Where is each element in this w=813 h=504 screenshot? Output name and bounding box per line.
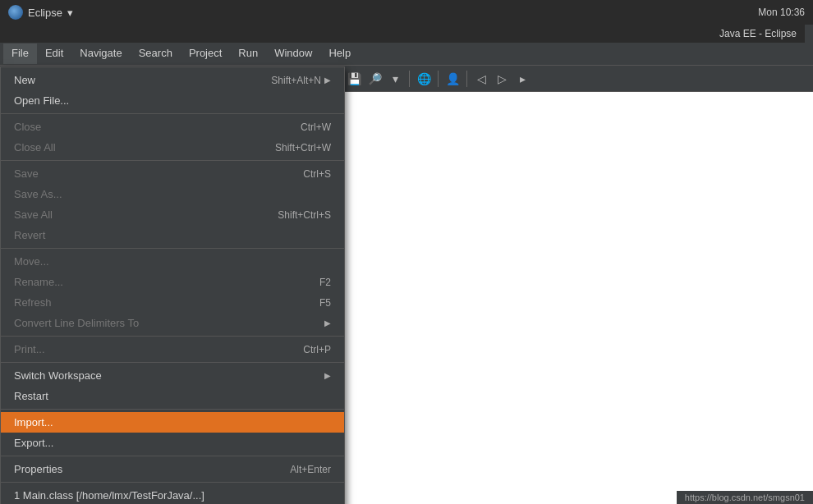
menu-new-label: New [14, 74, 35, 86]
toolbar-btn-20[interactable]: 👤 [443, 69, 462, 89]
menu-move: Move... [1, 251, 344, 272]
title-subtitle: Java EE - Eclipse [0, 25, 805, 43]
toolbar-group-6: 🌐 [414, 69, 434, 89]
menu-section-move: Move... Rename... F2 Refresh F5 Convert … [1, 249, 344, 337]
menu-rename-shortcut: F2 [319, 277, 331, 288]
menu-section-new: New Shift+Alt+N ▶ Open File... [1, 67, 344, 114]
menu-close-label: Close [14, 121, 41, 133]
menu-new[interactable]: New Shift+Alt+N ▶ [1, 70, 344, 90]
menu-save-shortcut: Ctrl+S [303, 168, 331, 180]
title-bar: Eclipse ▾ Mon 10:36 [0, 0, 813, 25]
menu-help[interactable]: Help [320, 44, 359, 64]
menu-convert-line-label: Convert Line Delimiters To [14, 317, 139, 329]
menu-properties[interactable]: Properties Alt+Enter [1, 459, 344, 479]
toolbar-group-7: 👤 [443, 69, 462, 89]
menu-convert-line-arrow: ▶ [324, 318, 331, 328]
menu-refresh-shortcut: F5 [319, 297, 331, 309]
toolbar-btn-19[interactable]: 🌐 [414, 69, 434, 89]
menu-new-shortcut: Shift+Alt+N [271, 75, 321, 86]
menu-save-as-label: Save As... [14, 188, 62, 200]
toolbar-btn-22[interactable]: ▷ [492, 69, 512, 89]
menu-move-label: Move... [14, 255, 49, 268]
menu-properties-label: Properties [14, 463, 62, 475]
eclipse-logo-icon [8, 5, 23, 20]
toolbar-btn-23[interactable]: ▸ [512, 69, 532, 89]
toolbar-btn-18[interactable]: ▾ [385, 69, 405, 89]
menu-export[interactable]: Export... [1, 433, 344, 453]
status-bar: https://blog.csdn.net/smgsn01 [677, 491, 813, 504]
menu-revert-label: Revert [14, 229, 45, 241]
menu-recent-file-label: 1 Main.class [/home/lmx/TestForJava/...] [14, 489, 204, 502]
menu-rename: Rename... F2 [1, 272, 344, 292]
title-dropdown-arrow[interactable]: ▾ [67, 7, 73, 19]
status-bar-text: https://blog.csdn.net/smgsn01 [685, 493, 805, 502]
menu-recent-file[interactable]: 1 Main.class [/home/lmx/TestForJava/...] [1, 485, 344, 504]
menu-export-label: Export... [14, 437, 53, 449]
menu-print-shortcut: Ctrl+P [303, 344, 331, 355]
file-dropdown-menu: New Shift+Alt+N ▶ Open File... Close Ctr… [0, 66, 345, 504]
menu-print-label: Print... [14, 343, 45, 355]
menu-open-file-label: Open File... [14, 94, 69, 107]
menu-rename-label: Rename... [14, 276, 63, 288]
menu-import-label: Import... [14, 416, 53, 428]
menu-refresh: Refresh F5 [1, 292, 344, 313]
menu-properties-shortcut: Alt+Enter [290, 464, 331, 475]
menu-revert: Revert [1, 225, 344, 245]
menu-section-save: Save Ctrl+S Save As... Save All Shift+Ct… [1, 161, 344, 249]
menu-restart-label: Restart [14, 390, 48, 402]
toolbar-sep-5 [409, 71, 410, 87]
menu-open-file[interactable]: Open File... [1, 90, 344, 111]
menu-window[interactable]: Window [266, 44, 320, 64]
app-title: Eclipse [28, 7, 62, 19]
menu-close-shortcut: Ctrl+W [301, 121, 331, 133]
menu-save-as: Save As... [1, 184, 344, 204]
menu-switch-workspace-label: Switch Workspace [14, 369, 102, 382]
menu-search[interactable]: Search [131, 44, 181, 64]
title-bar-left: Eclipse ▾ [8, 5, 73, 20]
menu-edit[interactable]: Edit [37, 44, 71, 64]
menu-section-print: Print... Ctrl+P [1, 337, 344, 363]
title-time: Mon 10:36 [758, 7, 805, 18]
menu-save-all-shortcut: Shift+Ctrl+S [278, 209, 331, 221]
toolbar-sep-6 [438, 71, 439, 87]
menu-print: Print... Ctrl+P [1, 339, 344, 360]
menu-close-all-shortcut: Shift+Ctrl+W [275, 142, 331, 153]
menu-close-all: Close All Shift+Ctrl+W [1, 137, 344, 158]
menu-section-close: Close Ctrl+W Close All Shift+Ctrl+W [1, 114, 344, 161]
menu-section-import: Import... Export... [1, 410, 344, 456]
menu-project[interactable]: Project [181, 44, 230, 64]
menu-save-label: Save [14, 167, 39, 180]
menu-restart[interactable]: Restart [1, 386, 344, 406]
toolbar-sep-7 [466, 71, 467, 87]
menu-new-arrow: ▶ [324, 76, 331, 85]
toolbar-btn-21[interactable]: ◁ [471, 69, 491, 89]
menu-navigate[interactable]: Navigate [71, 44, 130, 64]
toolbar-group-8: ◁ ▷ ▸ [471, 69, 532, 89]
menu-close-all-label: Close All [14, 141, 56, 153]
menu-bar: File Edit Navigate Search Project Run Wi… [0, 43, 813, 66]
menu-save-all: Save All Shift+Ctrl+S [1, 204, 344, 225]
toolbar-btn-16[interactable]: 💾 [344, 69, 364, 89]
menu-convert-line: Convert Line Delimiters To ▶ [1, 313, 344, 333]
menu-save-all-label: Save All [14, 208, 53, 221]
menu-switch-workspace-arrow: ▶ [324, 371, 331, 380]
menu-section-properties: Properties Alt+Enter [1, 456, 344, 483]
menu-file[interactable]: File [3, 44, 37, 64]
menu-refresh-label: Refresh [14, 296, 52, 309]
menu-import[interactable]: Import... [1, 412, 344, 433]
menu-section-workspace: Switch Workspace ▶ Restart [1, 363, 344, 410]
menu-save: Save Ctrl+S [1, 163, 344, 184]
menu-switch-workspace[interactable]: Switch Workspace ▶ [1, 365, 344, 386]
menu-run[interactable]: Run [230, 44, 266, 64]
toolbar-btn-17[interactable]: 🔎 [365, 69, 384, 89]
menu-section-recent: 1 Main.class [/home/lmx/TestForJava/...] [1, 483, 344, 504]
menu-close: Close Ctrl+W [1, 117, 344, 137]
